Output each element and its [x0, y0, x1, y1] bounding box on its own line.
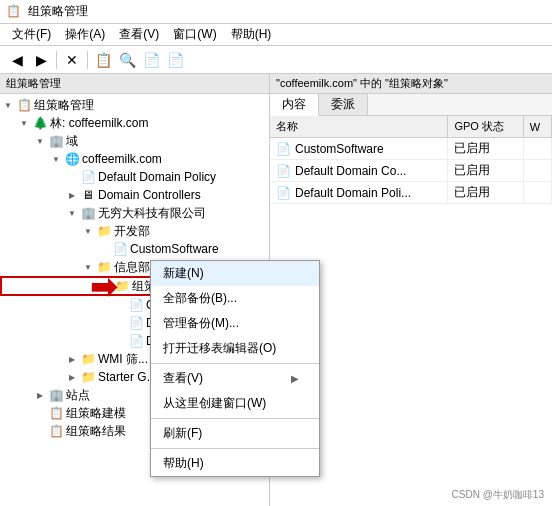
ctx-manage-backup-label: 管理备份(M)... — [163, 315, 239, 332]
table-row[interactable]: 📄 CustomSoftware 已启用 — [270, 138, 552, 160]
ctx-backup-all-label: 全部备份(B)... — [163, 290, 237, 307]
back-button[interactable]: ◀ — [6, 49, 28, 71]
doc-icon: 📄 — [128, 297, 144, 313]
menu-item-3[interactable]: 窗口(W) — [167, 24, 222, 45]
row-name: CustomSoftware — [295, 142, 384, 156]
tree-item-dev[interactable]: ▼ 📁 开发部 — [0, 222, 269, 240]
menu-item-4[interactable]: 帮助(H) — [225, 24, 278, 45]
tree-label: 站点 — [66, 387, 90, 404]
tab-delegate[interactable]: 委派 — [319, 94, 368, 115]
expand-icon[interactable]: ▼ — [80, 223, 96, 239]
stop-button[interactable]: ✕ — [61, 49, 83, 71]
expand-icon[interactable]: ▼ — [48, 151, 64, 167]
title-bar: 📋 组策略管理 — [0, 0, 552, 24]
ctx-view-label: 查看(V) — [163, 370, 203, 387]
tree-label: 林: coffeemilk.com — [50, 115, 148, 132]
forest-icon: 🌲 — [32, 115, 48, 131]
cell-w — [523, 138, 551, 160]
search-button[interactable]: 🔍 — [116, 49, 138, 71]
cell-name: 📄 Default Domain Co... — [270, 160, 448, 182]
model-icon: 📋 — [48, 405, 64, 421]
expand-icon — [64, 169, 80, 185]
gpo-table: 名称 GPO 状态 W 📄 CustomSoftware 已启用 — [270, 116, 552, 204]
expand-icon[interactable]: ▼ — [16, 115, 32, 131]
cell-w — [523, 160, 551, 182]
ctx-item-backup-all[interactable]: 全部备份(B)... — [151, 286, 319, 311]
ctx-migration-label: 打开迁移表编辑器(O) — [163, 340, 276, 357]
row-icon: 📄 — [276, 142, 291, 156]
ctx-item-help[interactable]: 帮助(H) — [151, 451, 319, 476]
col-w[interactable]: W — [523, 116, 551, 138]
toolbar-separator — [56, 51, 57, 69]
tree-label: 组策略结果 — [66, 423, 126, 440]
expand-icon — [32, 423, 48, 439]
expand-icon — [112, 315, 128, 331]
tab-delegate-label: 委派 — [331, 96, 355, 113]
tree-item-root[interactable]: ▼ 📋 组策略管理 — [0, 96, 269, 114]
doc-button[interactable]: 📄 — [140, 49, 162, 71]
left-panel-header: 组策略管理 — [0, 74, 269, 94]
ctx-new-window-label: 从这里创建窗口(W) — [163, 395, 266, 412]
doc-icon: 📄 — [112, 241, 128, 257]
result-icon: 📋 — [48, 423, 64, 439]
expand-icon[interactable]: ▼ — [64, 205, 80, 221]
tree-label: WMI 筛... — [98, 351, 148, 368]
ctx-separator-2 — [151, 418, 319, 419]
red-arrow: ➡ — [90, 268, 117, 306]
doc2-button[interactable]: 📄 — [164, 49, 186, 71]
table-row[interactable]: 📄 Default Domain Co... 已启用 — [270, 160, 552, 182]
company-icon: 🏢 — [80, 205, 96, 221]
tab-content-label: 内容 — [282, 96, 306, 113]
ctx-item-refresh[interactable]: 刷新(F) — [151, 421, 319, 446]
ctx-item-manage-backup[interactable]: 管理备份(M)... — [151, 311, 319, 336]
tree-label: 无穷大科技有限公司 — [98, 205, 206, 222]
tree-item-forest[interactable]: ▼ 🌲 林: coffeemilk.com — [0, 114, 269, 132]
context-menu: 新建(N) 全部备份(B)... 管理备份(M)... 打开迁移表编辑器(O) … — [150, 260, 320, 477]
tree-item-company[interactable]: ▼ 🏢 无穷大科技有限公司 — [0, 204, 269, 222]
tree-label: 域 — [66, 133, 78, 150]
tree-item-coffeemilk[interactable]: ▼ 🌐 coffeemilk.com — [0, 150, 269, 168]
ctx-item-new[interactable]: 新建(N) — [151, 261, 319, 286]
expand-icon — [112, 333, 128, 349]
col-name[interactable]: 名称 — [270, 116, 448, 138]
ctx-item-migration-editor[interactable]: 打开迁移表编辑器(O) — [151, 336, 319, 361]
menu-item-2[interactable]: 查看(V) — [113, 24, 165, 45]
expand-icon — [32, 405, 48, 421]
ctx-help-label: 帮助(H) — [163, 455, 204, 472]
tree-label: Domain Controllers — [98, 188, 201, 202]
expand-icon[interactable]: ▶ — [64, 369, 80, 385]
expand-icon[interactable]: ▼ — [0, 97, 16, 113]
toolbar: ◀ ▶ ✕ 📋 🔍 📄 📄 — [0, 46, 552, 74]
left-panel-title: 组策略管理 — [6, 76, 61, 91]
ctx-refresh-label: 刷新(F) — [163, 425, 202, 442]
watermark: CSDN @牛奶咖啡13 — [452, 488, 544, 502]
browse-button[interactable]: 📋 — [92, 49, 114, 71]
row-name: Default Domain Poli... — [295, 186, 411, 200]
menu-item-0[interactable]: 文件(F) — [6, 24, 57, 45]
tree-item-ddp[interactable]: 📄 Default Domain Policy — [0, 168, 269, 186]
ctx-new-label: 新建(N) — [163, 265, 204, 282]
folder-icon: 📁 — [80, 369, 96, 385]
policy-icon: 📄 — [80, 169, 96, 185]
table-row[interactable]: 📄 Default Domain Poli... 已启用 — [270, 182, 552, 204]
expand-icon[interactable]: ▶ — [64, 351, 80, 367]
expand-icon[interactable]: ▶ — [32, 387, 48, 403]
doc-icon: 📄 — [128, 315, 144, 331]
tree-label: 开发部 — [114, 223, 150, 240]
col-gpo-status[interactable]: GPO 状态 — [448, 116, 523, 138]
ctx-item-new-window[interactable]: 从这里创建窗口(W) — [151, 391, 319, 416]
ctx-item-view[interactable]: 查看(V) ▶ — [151, 366, 319, 391]
expand-icon[interactable]: ▶ — [64, 187, 80, 203]
expand-icon[interactable]: ▼ — [32, 133, 48, 149]
cell-name: 📄 Default Domain Poli... — [270, 182, 448, 204]
menu-item-1[interactable]: 操作(A) — [59, 24, 111, 45]
tree-item-customsw[interactable]: 📄 CustomSoftware — [0, 240, 269, 258]
watermark-text: CSDN @牛奶咖啡13 — [452, 489, 544, 500]
forward-button[interactable]: ▶ — [30, 49, 52, 71]
row-name: Default Domain Co... — [295, 164, 406, 178]
cell-name: 📄 CustomSoftware — [270, 138, 448, 160]
tab-content[interactable]: 内容 — [270, 94, 319, 116]
tree-item-domain[interactable]: ▼ 🏢 域 — [0, 132, 269, 150]
tree-label: Default Domain Policy — [98, 170, 216, 184]
tree-item-dc[interactable]: ▶ 🖥 Domain Controllers — [0, 186, 269, 204]
